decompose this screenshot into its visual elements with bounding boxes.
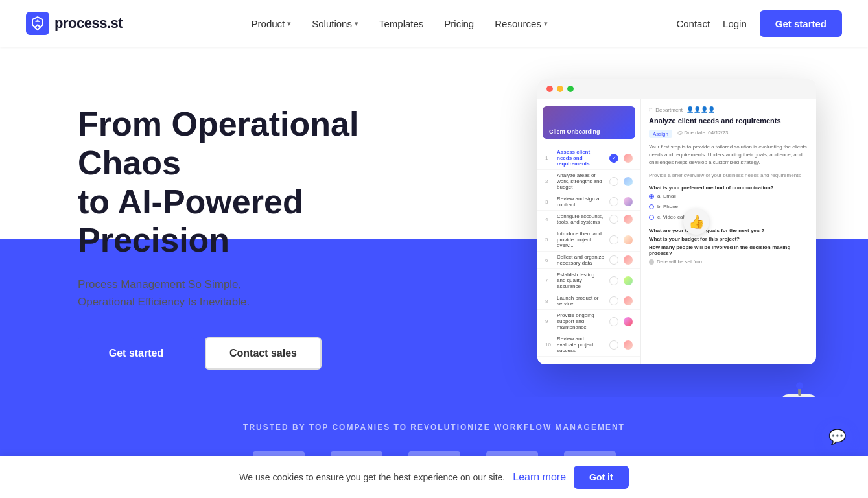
- checklist-item: 2 Analyze areas of work, strengths and b…: [537, 170, 640, 193]
- chevron-down-icon: ▾: [287, 19, 291, 28]
- chat-widget-button[interactable]: 💬: [821, 421, 852, 453]
- hero-get-started-button[interactable]: Get started: [78, 337, 194, 370]
- nav-resources[interactable]: Resources ▾: [495, 18, 548, 29]
- nav-pricing[interactable]: Pricing: [444, 18, 474, 29]
- nav-links: Product ▾ Solutions ▾ Templates Pricing …: [252, 18, 548, 29]
- hero-illustration: Client Onboarding 1 Assess client needs …: [441, 79, 816, 364]
- checklist-item: 8 Launch product or service: [537, 292, 640, 310]
- app-titlebar: [537, 79, 816, 99]
- checklist-item: 10 Review and evaluate project success: [537, 333, 640, 357]
- cookie-learn-more-link[interactable]: Learn more: [513, 471, 566, 483]
- login-link[interactable]: Login: [723, 18, 747, 29]
- checklist-item: 5 Introduce them and provide project ove…: [537, 228, 640, 252]
- nav-solutions[interactable]: Solutions ▾: [312, 18, 358, 29]
- trusted-label: TRUSTED BY TOP COMPANIES TO REVOLUTIONIZ…: [52, 423, 816, 432]
- cookie-got-it-button[interactable]: Got it: [574, 466, 629, 489]
- thumbsup-bubble: 👍: [683, 209, 709, 235]
- navigation: process.st Product ▾ Solutions ▾ Templat…: [0, 0, 868, 47]
- close-dot: [546, 86, 553, 92]
- cookie-banner: We use cookies to ensure you get the bes…: [0, 456, 868, 495]
- contact-link[interactable]: Contact: [676, 18, 710, 29]
- hero-section: From Operational Chaos to AI-Powered Pre…: [0, 47, 868, 397]
- checklist-item: 3 Review and sign a contract: [537, 193, 640, 211]
- app-body: Client Onboarding 1 Assess client needs …: [537, 99, 816, 364]
- detail-text: Your first step is to provide a tailored…: [649, 143, 808, 167]
- hero-buttons: Get started Contact sales: [78, 337, 441, 370]
- cookie-text: We use cookies to ensure you get the bes…: [239, 472, 505, 482]
- hero-title: From Operational Chaos to AI-Powered Pre…: [78, 105, 441, 260]
- checklist-item: 9 Provide ongoing support and maintenanc…: [537, 310, 640, 333]
- hero-contact-sales-button[interactable]: Contact sales: [205, 337, 322, 370]
- checklist-item: 6 Collect and organize necessary data: [537, 252, 640, 269]
- hero-subtitle: Process Management So Simple, Operationa…: [78, 276, 441, 311]
- nav-get-started-button[interactable]: Get started: [760, 10, 842, 37]
- chevron-down-icon: ▾: [355, 19, 358, 28]
- app-checklist-sidebar: Client Onboarding 1 Assess client needs …: [537, 99, 641, 364]
- robot-illustration: [738, 351, 842, 397]
- checklist-title: Client Onboarding: [549, 128, 600, 135]
- hero-content: From Operational Chaos to AI-Powered Pre…: [78, 86, 441, 370]
- sidebar-header: Client Onboarding: [543, 106, 635, 139]
- logo-icon: [26, 12, 49, 35]
- app-detail-panel: ⬚ Department 👤👤👤👤 Analyze client needs a…: [641, 99, 816, 364]
- chat-icon: 💬: [828, 429, 846, 445]
- checklist-item: 7 Establish testing and quality assuranc…: [537, 269, 640, 292]
- svg-rect-0: [26, 12, 49, 35]
- logo[interactable]: process.st: [26, 12, 123, 35]
- nav-templates[interactable]: Templates: [379, 18, 423, 29]
- chevron-down-icon: ▾: [544, 19, 548, 28]
- detail-task-title: Analyze client needs and requirements: [649, 117, 808, 124]
- logo-text: process.st: [54, 15, 123, 32]
- minimize-dot: [557, 86, 563, 92]
- nav-product[interactable]: Product ▾: [252, 18, 292, 29]
- maximize-dot: [567, 86, 574, 92]
- app-demo-window: Client Onboarding 1 Assess client needs …: [537, 79, 816, 364]
- nav-actions: Contact Login Get started: [676, 10, 842, 37]
- checklist-item: 1 Assess client needs and requirements ✓: [537, 147, 640, 170]
- checklist-item: 4 Configure accounts, tools, and systems: [537, 211, 640, 228]
- svg-point-12: [796, 382, 803, 389]
